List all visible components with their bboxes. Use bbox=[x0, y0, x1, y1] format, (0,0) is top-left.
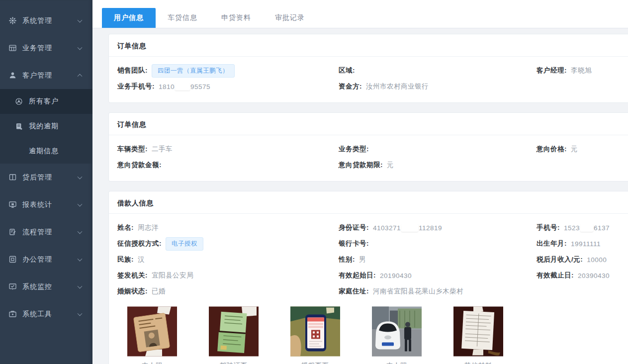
sidebar-item-postloan-mgmt[interactable]: 贷后管理 bbox=[0, 164, 92, 191]
tab-loan-application-docs[interactable]: 申贷资料 bbox=[209, 8, 263, 28]
user-icon bbox=[8, 71, 17, 80]
chevron-down-icon bbox=[78, 229, 83, 234]
photo-caption: 其他材料 bbox=[453, 361, 503, 364]
open-book-icon bbox=[8, 173, 17, 182]
tab-car-loan-info[interactable]: 车贷信息 bbox=[156, 8, 209, 28]
report-monitor-icon bbox=[8, 200, 17, 209]
notebook-icon bbox=[15, 122, 23, 130]
handwritten-document-photo[interactable] bbox=[453, 306, 503, 357]
order-info-card: 订单信息 销售团队: 四团一营（直属王鹏飞） 区域: 客户经理: bbox=[108, 34, 628, 103]
gear-icon bbox=[8, 16, 17, 25]
credit-auth-qr-screenshot[interactable] bbox=[290, 306, 340, 357]
field-mobile: 手机号: 15236137 bbox=[537, 223, 620, 232]
monitor-check-icon bbox=[8, 282, 17, 291]
cards-container: 订单信息 销售团队: 四团一营（直属王鹏飞） 区域: 客户经理: bbox=[92, 28, 628, 364]
tab-approval-records[interactable]: 审批记录 bbox=[263, 8, 317, 28]
field-business-type: 业务类型: bbox=[339, 145, 537, 154]
customer-mgmt-submenu: 所有客户 我的逾期 逾期信息 bbox=[0, 89, 92, 164]
sidebar-item-customer-mgmt[interactable]: 客户管理 bbox=[0, 62, 92, 89]
sidebar-subitem-label: 所有客户 bbox=[29, 97, 59, 106]
field-valid-to: 有效截止日: 20390430 bbox=[537, 271, 620, 280]
sidebar-item-label: 系统监控 bbox=[22, 282, 52, 291]
clipboard-icon bbox=[8, 228, 17, 236]
photo-caption: 本人照 bbox=[372, 361, 422, 364]
field-issuing-authority: 签发机关: 宜阳县公安局 bbox=[117, 271, 339, 280]
sales-team-tag[interactable]: 四团一营（直属王鹏飞） bbox=[152, 64, 235, 78]
sidebar-item-business-mgmt[interactable]: 业务管理 bbox=[0, 34, 92, 62]
sidebar-subitem-overdue-info[interactable]: 逾期信息 bbox=[0, 139, 92, 164]
field-birth-date: 出生年月: 19911111 bbox=[537, 239, 620, 248]
photo-caption: 驾驶证页 bbox=[209, 361, 259, 364]
person-with-car-photo[interactable] bbox=[372, 306, 422, 357]
field-id-number: 身份证号: 4103271112819 bbox=[339, 223, 537, 232]
field-monthly-income: 税后月收入/元: 10000 bbox=[537, 255, 620, 264]
sidebar-item-label: 办公管理 bbox=[22, 255, 52, 264]
field-intent-loan-amount: 意向贷款金额: bbox=[117, 161, 339, 170]
loan-intent-card: 订单信息 车辆类型: 二手车 业务类型: 意向价格: 元 bbox=[108, 112, 628, 182]
toolbox-icon bbox=[8, 310, 17, 318]
sidebar-item-label: 客户管理 bbox=[22, 71, 52, 80]
grid-icon bbox=[8, 44, 17, 52]
main-content: 用户信息 车贷信息 申贷资料 审批记录 订单信息 销售团队: 四团一营（直属王鹏… bbox=[92, 0, 628, 364]
field-credit-auth-method: 征信授权方式: 电子授权 bbox=[117, 237, 339, 251]
sidebar-item-label: 业务管理 bbox=[22, 44, 52, 53]
sidebar-item-label: 贷后管理 bbox=[22, 173, 52, 182]
field-gender: 性别: 男 bbox=[339, 255, 537, 264]
card-title: 订单信息 bbox=[109, 34, 628, 57]
card-title: 借款人信息 bbox=[109, 191, 628, 214]
field-intent-price: 意向价格: 元 bbox=[537, 145, 620, 154]
sidebar-item-system-tools[interactable]: 系统工具 bbox=[0, 300, 92, 328]
id-card-photo[interactable] bbox=[127, 306, 177, 357]
sidebar-item-system-monitor[interactable]: 系统监控 bbox=[0, 273, 92, 300]
photo-caption: 授权页面 bbox=[290, 361, 340, 364]
field-valid-from: 有效起始日: 20190430 bbox=[339, 271, 537, 280]
tab-bar: 用户信息 车贷信息 申贷资料 审批记录 bbox=[92, 0, 628, 28]
field-intent-loan-term: 意向贷款期限: 元 bbox=[339, 161, 537, 170]
office-box-icon bbox=[8, 255, 17, 264]
tab-user-info[interactable]: 用户信息 bbox=[102, 8, 156, 28]
sidebar-subitem-label: 我的逾期 bbox=[29, 122, 59, 131]
chevron-down-icon bbox=[78, 311, 83, 316]
redaction-box bbox=[401, 224, 418, 232]
borrower-photos: 本人照 bbox=[127, 306, 620, 364]
sidebar-item-process-mgmt[interactable]: 流程管理 bbox=[0, 218, 92, 246]
photo-caption: 本人照 bbox=[127, 361, 177, 364]
field-ethnicity: 民族: 汉 bbox=[117, 255, 339, 264]
field-sales-team: 销售团队: 四团一营（直属王鹏飞） bbox=[117, 64, 339, 78]
field-business-phone: 业务手机号: 181095575 bbox=[117, 82, 339, 91]
sidebar-item-label: 报表统计 bbox=[22, 200, 52, 209]
chevron-down-icon bbox=[78, 174, 83, 179]
sidebar-item-label: 流程管理 bbox=[22, 228, 52, 237]
sidebar-item-system-mgmt[interactable]: 系统管理 bbox=[0, 7, 92, 34]
credit-auth-tag[interactable]: 电子授权 bbox=[166, 237, 203, 251]
chevron-down-icon bbox=[78, 283, 83, 288]
chevron-down-icon bbox=[78, 45, 83, 50]
sidebar-subitem-label: 逾期信息 bbox=[29, 147, 59, 156]
sidebar-item-report-stats[interactable]: 报表统计 bbox=[0, 191, 92, 218]
chevron-down-icon bbox=[78, 256, 83, 261]
redaction-box bbox=[580, 224, 593, 232]
field-name: 姓名: 周志洋 bbox=[117, 223, 339, 232]
sidebar-subitem-my-overdue[interactable]: 我的逾期 bbox=[0, 114, 92, 139]
field-funder: 资金方: 汝州市农村商业银行 bbox=[339, 82, 537, 91]
sidebar: 系统管理 业务管理 客户管理 bbox=[0, 0, 92, 364]
field-vehicle-type: 车辆类型: 二手车 bbox=[117, 145, 339, 154]
sidebar-item-label: 系统工具 bbox=[22, 310, 52, 319]
redaction-box bbox=[175, 83, 190, 91]
white-car-shape bbox=[375, 322, 400, 350]
sidebar-subitem-all-customers[interactable]: 所有客户 bbox=[0, 89, 92, 114]
card-title: 订单信息 bbox=[109, 113, 628, 135]
borrower-info-card: 借款人信息 姓名: 周志洋 身份证号: 4103271112819 手机号: bbox=[108, 191, 628, 364]
field-region: 区域: bbox=[339, 66, 537, 75]
field-marital-status: 婚姻状态: 已婚 bbox=[117, 287, 339, 296]
chevron-down-icon bbox=[78, 201, 83, 206]
license-booklet-photo[interactable] bbox=[209, 306, 259, 357]
field-account-manager: 客户经理: 李晓旭 bbox=[537, 66, 620, 75]
chevron-down-icon bbox=[78, 17, 83, 22]
chevron-up-icon bbox=[78, 74, 83, 79]
app-window: 系统管理 业务管理 客户管理 bbox=[0, 0, 628, 364]
field-bank-card: 银行卡号: bbox=[339, 239, 537, 248]
sidebar-item-label: 系统管理 bbox=[22, 16, 52, 25]
compass-icon bbox=[15, 97, 23, 105]
sidebar-item-office-mgmt[interactable]: 办公管理 bbox=[0, 246, 92, 273]
